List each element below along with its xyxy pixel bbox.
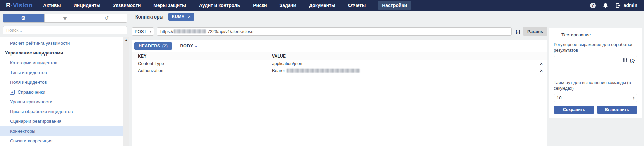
regex-textarea[interactable]: {;} <box>554 56 637 75</box>
logout-icon <box>615 3 621 8</box>
gear-icon: ⚙ <box>21 15 26 21</box>
connector-editor: Коннекторы KUMA × POST ▾ https://:7223/a… <box>132 11 547 146</box>
url-input[interactable]: https://:7223/api/v1/alerts/close <box>157 27 512 36</box>
testing-checkbox[interactable] <box>554 33 558 37</box>
top-navbar: R·Vision Активы Инциденты Уязвимости Мер… <box>0 0 644 11</box>
expand-plus-icon[interactable]: + <box>10 90 15 95</box>
header-key-cell[interactable]: Authorization <box>132 68 272 73</box>
request-config-panel: HEADERS (2) BODY • KEY VALUE Content-Typ… <box>132 40 547 146</box>
rvision-logo[interactable]: R·Vision <box>6 2 32 9</box>
sidebar-search-input[interactable] <box>3 26 127 34</box>
user-menu[interactable]: admin <box>615 3 637 8</box>
redacted-host <box>174 29 206 33</box>
testing-label: Тестирование <box>561 32 591 37</box>
settings-sidebar: ⚙ ★ ↺ Расчет рейтинга уязвимости Управле… <box>0 11 129 146</box>
sidebar-item-links-correlation[interactable]: Связи и корреляция <box>0 136 123 146</box>
template-braces-icon[interactable]: {;} <box>630 58 635 63</box>
sidebar-item-incident-types[interactable]: Типы инцидентов <box>0 68 123 77</box>
nav-item-protection-measures[interactable]: Меры защиты <box>153 1 187 10</box>
run-button[interactable]: Выполнить <box>597 106 638 114</box>
sidebar-scrollbar[interactable]: ▲ <box>123 37 129 146</box>
tab-body[interactable]: BODY • <box>180 44 197 49</box>
number-spinner[interactable]: ▴ ▾ <box>633 96 634 100</box>
history-icon: ↺ <box>104 15 109 21</box>
http-method-select[interactable]: POST ▾ <box>132 27 154 36</box>
tune-sliders-icon[interactable] <box>622 58 627 63</box>
sidebar-tab-switcher: ⚙ ★ ↺ <box>3 14 127 23</box>
nav-item-risks[interactable]: Риски <box>252 1 267 10</box>
settings-nav-list: Расчет рейтинга уязвимости Управление ин… <box>0 37 123 146</box>
timeout-label: Тайм-аут для выполнения команды (в секун… <box>554 80 637 92</box>
header-value-cell[interactable]: application/json <box>272 61 536 66</box>
connector-tab-kuma[interactable]: KUMA × <box>168 13 195 21</box>
sidebar-item-vuln-rating[interactable]: Расчет рейтинга уязвимости <box>0 38 123 48</box>
column-key: KEY <box>132 54 272 59</box>
params-button[interactable]: Params <box>523 27 547 36</box>
sidebar-item-incident-cycles[interactable]: Циклы обработки инцидентов <box>0 107 123 116</box>
breadcrumb: Коннекторы <box>135 14 164 20</box>
nav-item-settings[interactable]: Настройки <box>378 1 411 10</box>
sidebar-section-incident-management: Управление инцидентами <box>0 48 123 58</box>
headers-table-head: KEY VALUE <box>132 52 547 60</box>
timeout-input[interactable]: 10 ▴ ▾ <box>554 94 637 102</box>
username: admin <box>624 3 637 8</box>
headers-count: (2) <box>162 44 168 48</box>
header-value-cell[interactable]: Bearer <box>272 68 536 73</box>
save-button[interactable]: Сохранить <box>554 106 594 114</box>
nav-item-reports[interactable]: Отчеты <box>347 1 366 10</box>
chevron-down-icon: ▾ <box>150 30 151 33</box>
sidebar-item-criticality-levels[interactable]: Уровни критичности <box>0 97 123 107</box>
delete-row-icon[interactable]: × <box>536 61 547 66</box>
scroll-up-icon[interactable]: ▲ <box>125 38 128 41</box>
nav-item-incidents[interactable]: Инциденты <box>73 1 101 10</box>
delete-row-icon[interactable]: × <box>536 68 547 73</box>
tab-settings-gear[interactable]: ⚙ <box>3 14 44 22</box>
tab-favorites[interactable]: ★ <box>44 14 86 22</box>
main-menu: Активы Инциденты Уязвимости Меры защиты … <box>42 1 411 10</box>
regex-label: Регулярное выражение для обработки резул… <box>554 42 637 53</box>
sidebar-item-connectors[interactable]: Коннекторы <box>0 126 123 136</box>
nav-item-assets[interactable]: Активы <box>42 1 61 10</box>
body-filled-dot-icon: • <box>195 44 197 49</box>
sidebar-item-response-scenarios[interactable]: Сценарии реагирования <box>0 116 123 126</box>
header-row-authorization: Authorization Bearer × <box>132 67 547 74</box>
sidebar-item-directories[interactable]: + Справочники <box>0 87 123 97</box>
star-icon: ★ <box>63 15 67 21</box>
sidebar-item-incident-fields[interactable]: Поля инцидентов <box>0 77 123 87</box>
close-tab-icon[interactable]: × <box>188 14 191 20</box>
tab-history[interactable]: ↺ <box>86 14 127 22</box>
notifications-bell-icon[interactable] <box>603 3 608 8</box>
testing-card: Тестирование Регулярное выражение для об… <box>549 28 642 118</box>
template-braces-icon[interactable]: {;} <box>516 29 520 34</box>
redacted-token <box>287 69 360 73</box>
sidebar-item-incident-categories[interactable]: Категории инцидентов <box>0 58 123 68</box>
help-icon[interactable]: ? <box>590 3 596 8</box>
nav-item-vulnerabilities[interactable]: Уязвимости <box>112 1 141 10</box>
nav-item-audit[interactable]: Аудит и контроль <box>198 1 241 10</box>
nav-item-tasks[interactable]: Задачи <box>279 1 297 10</box>
spinner-down-icon[interactable]: ▾ <box>633 98 634 100</box>
nav-item-documents[interactable]: Документы <box>308 1 336 10</box>
column-value: VALUE <box>272 54 547 59</box>
tab-headers[interactable]: HEADERS (2) <box>134 42 172 50</box>
header-row-content-type: Content-Type application/json × <box>132 60 547 67</box>
header-key-cell[interactable]: Content-Type <box>132 61 272 66</box>
